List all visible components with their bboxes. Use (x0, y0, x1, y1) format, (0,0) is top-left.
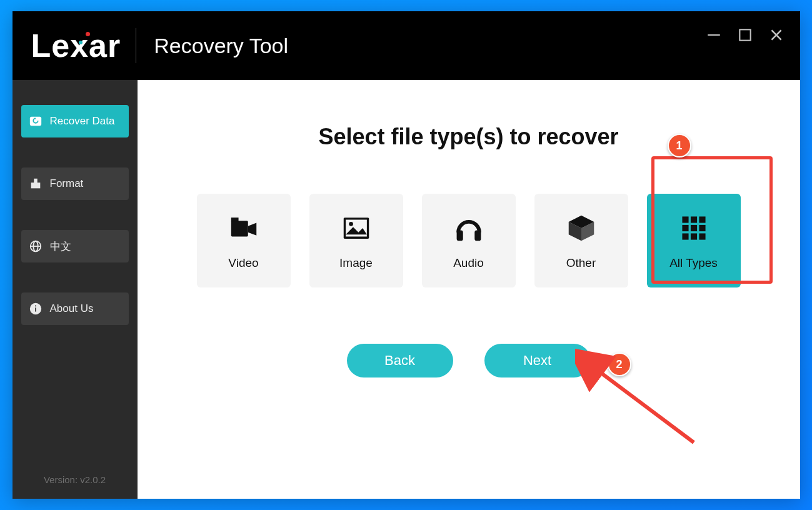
close-button[interactable] (768, 26, 785, 44)
window-controls (705, 26, 785, 44)
svg-line-27 (594, 368, 694, 442)
page-heading: Select file type(s) to recover (175, 124, 763, 150)
svg-rect-16 (456, 230, 463, 241)
svg-rect-26 (699, 233, 705, 239)
tile-other[interactable]: Other (534, 194, 628, 288)
back-button[interactable]: Back (347, 344, 453, 378)
title-separator (136, 28, 136, 63)
image-icon (339, 211, 373, 245)
sidebar-item-label: About Us (50, 302, 94, 315)
svg-rect-25 (690, 233, 696, 239)
tile-audio[interactable]: Audio (422, 194, 516, 288)
svg-rect-21 (682, 225, 688, 231)
svg-rect-22 (690, 225, 696, 231)
tile-label: Audio (453, 256, 484, 270)
svg-rect-11 (231, 221, 248, 236)
maximize-button[interactable] (736, 26, 754, 44)
action-buttons: Back Next (175, 344, 763, 378)
version-label: Version: v2.0.2 (13, 474, 138, 485)
tile-label: All Types (669, 256, 718, 270)
minimize-button[interactable] (705, 26, 723, 44)
svg-rect-3 (31, 182, 40, 188)
info-icon (29, 302, 43, 316)
sidebar-item-recover-data[interactable]: Recover Data (21, 105, 129, 138)
svg-rect-10 (35, 306, 36, 307)
video-icon (227, 211, 261, 245)
svg-rect-17 (474, 230, 481, 241)
main-panel: Select file type(s) to recover Video Ima… (138, 80, 800, 499)
svg-rect-24 (682, 233, 688, 239)
svg-rect-12 (231, 218, 238, 222)
tile-label: Image (339, 256, 373, 270)
brand-logo: Lexar (31, 27, 121, 64)
sidebar-item-label: Format (50, 178, 84, 190)
app-title: Recovery Tool (154, 34, 288, 58)
box-icon (564, 211, 598, 245)
sidebar-item-format[interactable]: Format (21, 168, 129, 200)
sidebar-item-language[interactable]: 中文 (21, 230, 129, 262)
app-window: Lexar Recovery Tool Recover Data (13, 11, 800, 499)
svg-rect-9 (35, 308, 36, 311)
format-icon (29, 177, 43, 191)
grid-icon (677, 211, 711, 245)
svg-rect-1 (739, 29, 750, 40)
svg-rect-0 (708, 34, 720, 36)
recover-icon (29, 114, 43, 128)
sidebar-item-about[interactable]: About Us (21, 292, 129, 325)
globe-icon (29, 239, 43, 253)
sidebar-item-label: Recover Data (50, 115, 115, 128)
svg-rect-19 (690, 216, 696, 222)
audio-icon (452, 211, 486, 245)
sidebar: Recover Data Format 中文 About Us Ve (13, 80, 138, 499)
svg-rect-18 (682, 216, 688, 222)
svg-point-15 (349, 222, 353, 226)
tile-all-types[interactable]: All Types (647, 194, 741, 288)
sidebar-item-label: 中文 (50, 239, 71, 254)
tile-label: Other (566, 256, 596, 270)
tile-label: Video (228, 256, 258, 270)
file-type-tiles: Video Image Audio (175, 194, 763, 288)
svg-rect-23 (699, 225, 705, 231)
tile-video[interactable]: Video (197, 194, 291, 288)
titlebar: Lexar Recovery Tool (13, 11, 800, 80)
svg-rect-4 (34, 179, 38, 183)
tile-image[interactable]: Image (309, 194, 403, 288)
next-button[interactable]: Next (484, 344, 591, 378)
svg-rect-20 (699, 216, 705, 222)
